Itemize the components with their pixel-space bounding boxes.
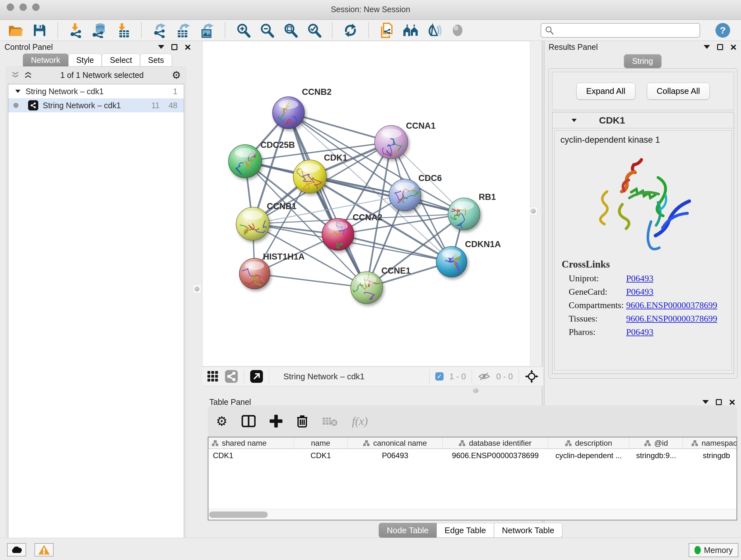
zoom-in-icon[interactable] <box>235 23 251 38</box>
string-network-graph[interactable]: CCNB2CCNA1CDC25BCDK1CDC6RB1CCNB1CCNA2CDK… <box>203 41 531 367</box>
panel-menu-icon[interactable] <box>158 45 164 49</box>
table-row[interactable]: CDK1CDK1P064939606.ENSP00000378699cyclin… <box>208 449 737 462</box>
network-canvas[interactable]: CCNB2CCNA1CDC25BCDK1CDC6RB1CCNB1CCNA2CDK… <box>202 41 530 367</box>
column-header-description[interactable]: description <box>548 437 629 449</box>
crosslink-compartments[interactable]: 9606.ENSP00000378699 <box>626 300 717 310</box>
edge-HIST1H1A-CCNE1[interactable] <box>255 273 367 288</box>
panel-menu-icon[interactable] <box>704 45 710 49</box>
show-graphics-details-icon[interactable] <box>450 23 465 38</box>
tab-select[interactable]: Select <box>102 54 140 66</box>
panel-float-icon[interactable] <box>716 399 722 405</box>
node-CCNB2[interactable] <box>273 97 305 129</box>
network-row-selected[interactable]: String Network – cdk1 11 48 <box>8 98 184 112</box>
clone-network-icon[interactable] <box>379 23 394 38</box>
node-RB1[interactable] <box>446 198 480 230</box>
cell-namespace[interactable]: stringdb <box>683 451 737 460</box>
save-session-icon[interactable] <box>32 23 47 38</box>
entry-collapse-icon[interactable] <box>571 119 577 122</box>
cell-name[interactable]: CDK1 <box>294 451 347 460</box>
zoom-fit-icon[interactable] <box>283 23 298 38</box>
zoom-selected-icon[interactable] <box>307 23 322 38</box>
node-CCNB1[interactable] <box>236 207 270 240</box>
import-network-file-icon[interactable] <box>68 23 84 38</box>
tab-string[interactable]: String <box>624 54 661 68</box>
collapse-all-button[interactable]: Collapse All <box>647 83 710 100</box>
add-row-icon[interactable] <box>270 415 282 428</box>
refresh-view-icon[interactable] <box>343 23 358 38</box>
cell-database-identifier[interactable]: 9606.ENSP00000378699 <box>443 451 548 460</box>
home-panel-icon[interactable] <box>403 23 418 38</box>
birds-eye-crosshair-icon[interactable] <box>525 369 539 383</box>
detach-view-icon[interactable] <box>250 370 263 383</box>
tab-node-table[interactable]: Node Table <box>379 523 436 538</box>
tab-network[interactable]: Network <box>23 54 68 66</box>
cell-description[interactable]: cyclin-dependent ... <box>548 451 629 460</box>
node-HIST1H1A[interactable] <box>238 258 270 289</box>
warning-button[interactable] <box>35 543 54 557</box>
node-CCNA1[interactable] <box>375 125 408 161</box>
hide-graphics-details-icon[interactable] <box>426 23 442 38</box>
cloud-button[interactable] <box>7 543 26 557</box>
cell--id[interactable]: stringdb:9... <box>629 451 683 460</box>
panel-float-icon[interactable] <box>172 44 178 50</box>
search-input[interactable] <box>554 26 691 35</box>
column-header-shared-name[interactable]: shared name <box>208 437 294 449</box>
import-network-database-icon[interactable] <box>92 23 107 38</box>
column-header--id[interactable]: @id <box>629 437 683 449</box>
table-horizontal-scrollbar[interactable] <box>208 509 737 520</box>
node-CCNA2[interactable] <box>322 219 354 250</box>
crosslink-pharos[interactable]: P06493 <box>626 327 654 337</box>
collapse-all-networks-icon[interactable] <box>11 71 19 79</box>
search-box[interactable] <box>541 23 700 38</box>
crosslink-tissues[interactable]: 9606.ENSP00000378699 <box>626 314 717 324</box>
memory-button[interactable]: Memory <box>689 543 738 557</box>
crosslink-row: GeneCard:P06493 <box>569 287 726 297</box>
node-CDC25B[interactable] <box>228 145 262 178</box>
show-columns-icon[interactable] <box>242 415 256 427</box>
node-table[interactable]: shared namenamecanonical namedatabase id… <box>208 437 737 520</box>
node-layer[interactable] <box>228 97 480 304</box>
expand-all-button[interactable]: Expand All <box>576 83 635 100</box>
cell-canonical-name[interactable]: P06493 <box>347 451 443 460</box>
node-CDKN1A[interactable] <box>436 246 467 277</box>
tab-sets[interactable]: Sets <box>140 54 172 66</box>
delete-row-icon[interactable] <box>296 415 308 428</box>
column-header-database-identifier[interactable]: database identifier <box>443 437 548 449</box>
gene-entry-header[interactable]: CDK1 <box>552 112 734 128</box>
crosslink-genecard[interactable]: P06493 <box>626 287 654 297</box>
panel-close-icon[interactable]: × <box>185 44 191 50</box>
crosslink-uniprot[interactable]: P06493 <box>626 273 654 284</box>
export-network-icon[interactable] <box>152 23 167 38</box>
crosslink-label: Compartments: <box>569 300 626 310</box>
node-CDC6[interactable] <box>389 179 422 211</box>
network-collection-row[interactable]: String Network – cdk1 1 <box>8 84 184 98</box>
tab-style[interactable]: Style <box>68 54 102 66</box>
zoom-out-icon[interactable] <box>259 23 274 38</box>
grid-view-icon[interactable] <box>207 370 219 382</box>
help-icon[interactable]: ? <box>716 23 730 38</box>
collection-expand-icon[interactable] <box>15 90 20 93</box>
import-table-file-icon[interactable] <box>116 23 131 38</box>
left-splitter-handle[interactable] <box>193 285 201 293</box>
node-CDK1[interactable] <box>293 160 327 193</box>
selected-items-checkbox[interactable]: ✓ <box>435 372 444 381</box>
scrollbar-thumb[interactable] <box>209 511 268 518</box>
open-session-icon[interactable] <box>8 23 23 38</box>
column-header-namespace[interactable]: namespace <box>683 437 737 449</box>
panel-float-icon[interactable] <box>717 44 723 50</box>
panel-close-icon[interactable]: × <box>729 399 735 405</box>
table-options-gear-icon[interactable]: ⚙ <box>216 414 227 428</box>
cell-shared-name[interactable]: CDK1 <box>208 451 294 460</box>
panel-menu-icon[interactable] <box>702 400 709 404</box>
column-header-canonical-name[interactable]: canonical name <box>347 437 443 449</box>
export-image-icon[interactable] <box>199 23 214 38</box>
tab-network-table[interactable]: Network Table <box>494 523 562 538</box>
network-options-gear-icon[interactable]: ⚙ <box>172 69 181 81</box>
node-label-RB1: RB1 <box>479 192 496 202</box>
expand-all-networks-icon[interactable] <box>24 71 32 79</box>
column-header-name[interactable]: name <box>294 437 347 449</box>
export-table-icon[interactable] <box>176 23 191 38</box>
panel-close-icon[interactable]: × <box>730 44 737 50</box>
network-badge-icon[interactable] <box>225 370 238 383</box>
tab-edge-table[interactable]: Edge Table <box>436 523 494 538</box>
